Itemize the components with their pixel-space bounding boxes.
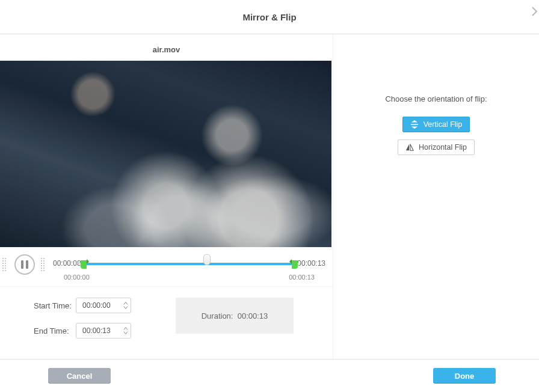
spinner-arrows[interactable] — [123, 301, 128, 310]
time-total: 00:00:13 — [297, 259, 325, 268]
vertical-flip-label: Vertical Flip — [424, 120, 463, 129]
end-time-row: End Time: 00:00:13 — [34, 323, 173, 338]
end-time-value: 00:00:13 — [82, 326, 111, 335]
pause-button[interactable] — [14, 254, 35, 275]
left-pane: air.mov 00:00:08 00:00: — [0, 34, 333, 359]
chevron-down-icon — [123, 331, 128, 335]
timeline-track[interactable] — [84, 263, 294, 265]
duration-box: Duration: 00:00:13 — [176, 298, 294, 334]
chevron-up-icon — [123, 301, 128, 305]
drag-grip-icon — [2, 252, 8, 270]
range-start-handle[interactable] — [81, 260, 87, 269]
timeline: 00:00:08 00:00:13 00:00:00 00:00:13 — [53, 252, 325, 284]
start-time-input[interactable]: 00:00:00 — [76, 298, 131, 313]
drag-grip-icon — [41, 252, 47, 270]
duration-label: Duration: — [202, 311, 233, 320]
end-time-label: End Time: — [34, 326, 76, 335]
duration-value: 00:00:13 — [238, 311, 268, 320]
chevron-up-icon — [123, 326, 128, 331]
right-pane: Choose the orientation of flip: Vertical… — [333, 34, 539, 359]
flip-button-group: Vertical Flip Horizontal Flip — [348, 117, 525, 155]
mirror-flip-dialog: Mirror & Flip air.mov — [0, 0, 539, 392]
main-area: air.mov 00:00:08 00:00: — [0, 34, 539, 359]
pause-icon — [21, 260, 28, 269]
dialog-title: Mirror & Flip — [242, 12, 296, 22]
video-preview-wrap — [0, 55, 333, 247]
range-end-handle[interactable] — [292, 260, 298, 269]
horizontal-flip-button[interactable]: Horizontal Flip — [398, 139, 475, 155]
timeline-row: 00:00:08 00:00:13 00:00:00 00:00:13 — [0, 247, 333, 287]
title-bar: Mirror & Flip — [0, 0, 539, 34]
spinner-arrows[interactable] — [123, 326, 128, 335]
start-time-value: 00:00:00 — [82, 301, 111, 310]
horizontal-flip-icon — [405, 143, 414, 152]
time-fields: Start Time: 00:00:00 End Time: 00:0 — [34, 298, 173, 338]
cancel-button[interactable]: Cancel — [48, 368, 111, 384]
time-controls: Start Time: 00:00:00 End Time: 00:0 — [0, 287, 333, 349]
time-current: 00:00:08 — [53, 259, 81, 268]
vertical-flip-button[interactable]: Vertical Flip — [402, 117, 470, 132]
file-name: air.mov — [153, 45, 180, 54]
start-time-label: Start Time: — [34, 301, 76, 310]
next-page-arrow[interactable] — [531, 5, 539, 18]
vertical-flip-icon — [410, 120, 419, 129]
end-time-input[interactable]: 00:00:13 — [76, 323, 131, 338]
chevron-down-icon — [123, 305, 128, 310]
file-name-row: air.mov — [0, 34, 333, 55]
start-time-row: Start Time: 00:00:00 — [34, 298, 173, 313]
horizontal-flip-label: Horizontal Flip — [419, 143, 467, 152]
range-end-label: 00:00:13 — [289, 274, 315, 281]
footer: Cancel Done — [0, 359, 539, 392]
playhead-knob[interactable] — [203, 254, 211, 265]
svg-rect-0 — [411, 124, 418, 124]
range-start-label: 00:00:00 — [64, 274, 90, 281]
video-preview[interactable] — [0, 61, 331, 247]
done-button[interactable]: Done — [433, 368, 496, 384]
orientation-prompt: Choose the orientation of flip: — [348, 94, 525, 103]
